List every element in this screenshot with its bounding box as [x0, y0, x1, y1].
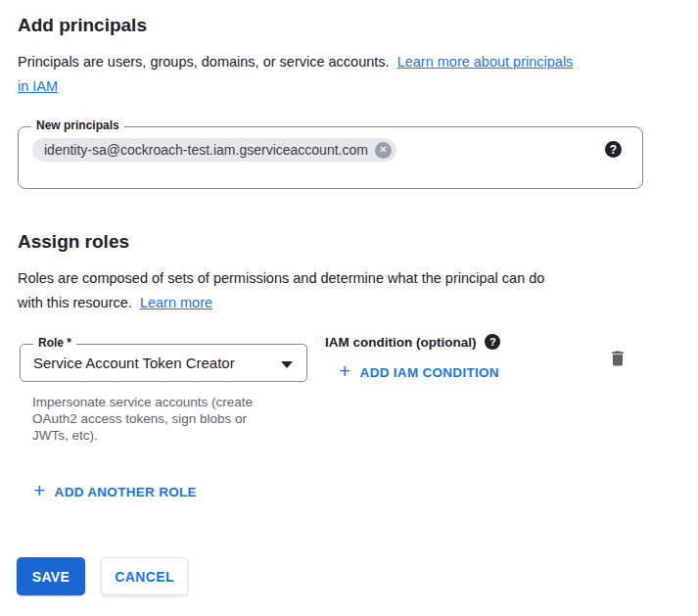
assign-roles-title: Assign roles	[18, 230, 129, 253]
role-label: Role *	[33, 336, 76, 351]
new-principals-help-icon[interactable]: ?	[605, 141, 622, 158]
add-iam-condition-button[interactable]: + ADD IAM CONDITION	[339, 364, 499, 380]
new-principals-field[interactable]: New principals identity-sa@cockroach-tes…	[18, 126, 643, 189]
learn-more-principals-link-line2: in IAM	[18, 78, 58, 94]
roles-description-line1: Roles are composed of sets of permission…	[18, 270, 544, 286]
plus-icon: +	[339, 363, 351, 379]
add-iam-condition-label: ADD IAM CONDITION	[360, 365, 499, 380]
iam-condition-header: IAM condition (optional) ?	[325, 334, 500, 350]
principal-chip-text: identity-sa@cockroach-test.iam.gservicea…	[44, 142, 368, 158]
iam-condition-help-icon[interactable]: ?	[485, 334, 500, 350]
iam-condition-label: IAM condition (optional)	[325, 335, 476, 350]
roles-description: Roles are composed of sets of permission…	[18, 266, 652, 315]
new-principals-label: New principals	[31, 118, 124, 133]
learn-more-principals-link-line1: Learn more about principals	[397, 54, 574, 70]
role-selected-value: Service Account Token Creator	[21, 355, 235, 371]
principals-description: Principals are users, groups, domains, o…	[18, 50, 652, 99]
add-another-role-button[interactable]: + ADD ANOTHER ROLE	[33, 484, 197, 499]
chip-remove-icon[interactable]: ✕	[375, 142, 392, 159]
dropdown-arrow-icon	[281, 361, 293, 368]
save-button[interactable]: SAVE	[17, 557, 85, 595]
add-principals-title: Add principals	[18, 14, 147, 36]
cancel-button[interactable]: CANCEL	[101, 557, 188, 595]
role-select[interactable]: Role * Service Account Token Creator	[20, 344, 307, 382]
add-another-role-label: ADD ANOTHER ROLE	[55, 485, 197, 499]
role-description-line2: OAuth2 access tokens, sign blobs or	[32, 411, 247, 426]
principal-chip[interactable]: identity-sa@cockroach-test.iam.gservicea…	[32, 138, 396, 162]
role-description-line1: Impersonate service accounts (create	[32, 395, 253, 409]
plus-icon: +	[33, 483, 46, 498]
roles-description-line2: with this resource.	[18, 295, 132, 310]
role-description: Impersonate service accounts (create OAu…	[32, 394, 311, 444]
delete-role-button[interactable]	[605, 346, 630, 371]
delete-icon	[608, 349, 628, 368]
principals-description-text: Principals are users, groups, domains, o…	[18, 54, 390, 70]
add-principals-panel: Add principals Principals are users, gro…	[0, 0, 698, 616]
learn-more-roles-link[interactable]: Learn more	[140, 295, 212, 310]
role-description-line3: JWTs, etc).	[32, 428, 98, 443]
